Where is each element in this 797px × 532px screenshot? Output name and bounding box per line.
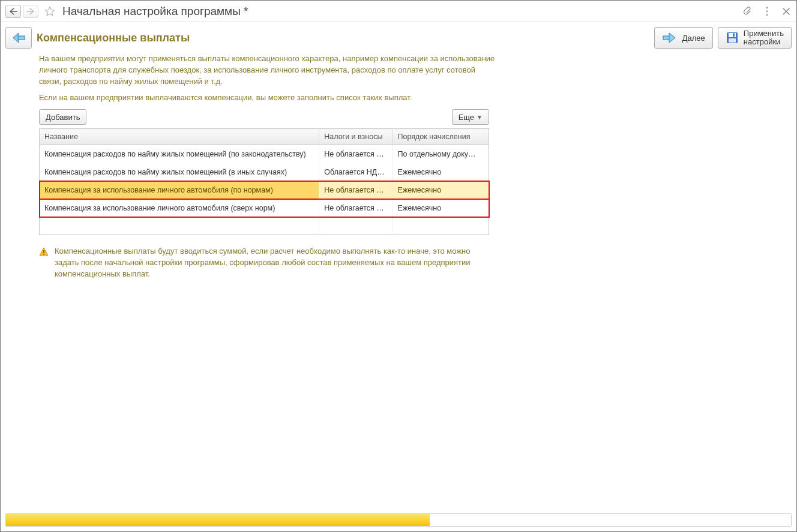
svg-point-1 (766, 10, 768, 12)
wizard-back-button[interactable] (5, 27, 32, 49)
progress-area (1, 509, 796, 531)
svg-rect-3 (18, 36, 25, 40)
cell-tax: Не облагается … (319, 199, 392, 217)
add-button-label: Добавить (46, 113, 80, 122)
content-area: Компенсационные выплаты Далее Применить (1, 22, 796, 509)
warning-icon (39, 247, 49, 257)
arrow-left-icon (9, 8, 17, 15)
more-button-label: Еще (459, 113, 474, 122)
cell-name: Компенсация расходов по найму жилых поме… (40, 145, 319, 163)
nav-forward-button[interactable] (23, 5, 38, 18)
nav-back-button[interactable] (5, 5, 21, 18)
cell-name: Компенсация за использование личного авт… (40, 181, 319, 199)
svg-rect-7 (733, 34, 735, 37)
progress-bar-fill (6, 514, 430, 526)
cell-order: По отдельному доку… (392, 145, 489, 163)
cell-order: Ежемесячно (392, 199, 489, 217)
svg-rect-8 (729, 38, 736, 43)
svg-point-0 (766, 7, 768, 8)
dots-vertical-icon (766, 7, 768, 16)
page-title: Начальная настройка программы * (62, 5, 740, 18)
cell-tax: Не облагается … (319, 145, 392, 163)
compensation-table[interactable]: Название Налоги и взносы Порядок начисле… (39, 128, 489, 235)
warning-text: Компенсационные выплаты будут вводиться … (55, 246, 489, 280)
table-row[interactable]: Компенсация за использование личного авт… (40, 199, 489, 217)
chevron-down-icon: ▼ (477, 114, 483, 121)
close-button[interactable] (781, 6, 792, 17)
svg-rect-6 (729, 33, 736, 37)
intro-text: На вашем предприятии могут применяться в… (39, 53, 498, 103)
header-order[interactable]: Порядок начисления (392, 129, 489, 145)
table-header-row: Название Налоги и взносы Порядок начисле… (40, 129, 489, 145)
cell-tax: Облагается НД… (319, 163, 392, 181)
link-icon[interactable] (742, 6, 753, 17)
panel-title: Компенсационные выплаты (37, 32, 649, 44)
table-row[interactable]: Компенсация расходов по найму жилых поме… (40, 145, 489, 163)
more-button[interactable]: Еще ▼ (452, 109, 489, 125)
favorite-toggle[interactable] (43, 5, 56, 18)
cell-name: Компенсация расходов по найму жилых поме… (40, 163, 319, 181)
intro-p2: Если на вашем предприятии выплачиваются … (39, 92, 498, 104)
apply-button-line1: Применить (744, 29, 784, 38)
svg-point-2 (766, 14, 768, 16)
next-button[interactable]: Далее (654, 27, 713, 49)
wizard-progress (5, 513, 792, 527)
arrow-left-big-icon (10, 31, 27, 44)
svg-rect-4 (663, 36, 670, 40)
apply-settings-button[interactable]: Применить настройки (718, 27, 792, 49)
svg-rect-10 (43, 254, 44, 256)
header-name[interactable]: Название (40, 129, 319, 145)
header-tax[interactable]: Налоги и взносы (319, 129, 392, 145)
cell-name: Компенсация за использование личного авт… (40, 199, 319, 217)
arrow-right-big-icon (662, 32, 678, 44)
panel-header: Компенсационные выплаты Далее Применить (5, 27, 792, 49)
add-button[interactable]: Добавить (39, 109, 86, 125)
save-icon (726, 31, 739, 44)
cell-order: Ежемесячно (392, 181, 489, 199)
svg-rect-9 (43, 250, 44, 253)
cell-order: Ежемесячно (392, 163, 489, 181)
more-menu[interactable] (762, 6, 772, 17)
topbar: Начальная настройка программы * (1, 1, 796, 22)
next-button-label: Далее (682, 34, 705, 43)
table-row-selected[interactable]: Компенсация за использование личного авт… (40, 181, 489, 199)
star-icon (44, 6, 55, 17)
apply-button-line2: настройки (744, 38, 784, 46)
paperclip-icon (743, 7, 753, 16)
table-empty-row (40, 217, 489, 235)
table-row[interactable]: Компенсация расходов по найму жилых поме… (40, 163, 489, 181)
intro-p1: На вашем предприятии могут применяться в… (39, 53, 498, 88)
cell-tax: Не облагается … (319, 181, 392, 199)
arrow-right-icon (26, 8, 35, 15)
close-icon (783, 8, 790, 15)
warning-block: Компенсационные выплаты будут вводиться … (39, 246, 489, 280)
